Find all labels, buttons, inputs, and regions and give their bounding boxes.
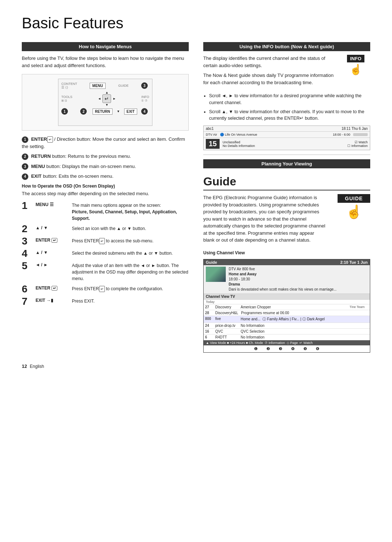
epg-thumbnail (206, 267, 226, 282)
epg-info: DTV Air 800 five Home and Away 18:00 - 1… (229, 267, 336, 292)
step-1: 1 MENU ☰ The main menu options appear on… (22, 201, 189, 222)
remote-diagram: CONTENT☰ ⟨⟩ MENU GUIDE 3 TOOLS⊞ ⊡ ▲ (22, 74, 189, 131)
info-box-watch: ☑ Watch (347, 140, 368, 144)
ch-name-4: price-drop.tv (214, 323, 239, 328)
info-bullet-1: Scroll ◄, ► to view information for a de… (209, 93, 370, 106)
epg-featured: DTV Air 800 five Home and Away 18:00 - 1… (204, 265, 370, 294)
ch-name-2: DiscoveryH&L (214, 310, 240, 316)
ch-extra-2 (348, 310, 370, 316)
ch-extra-3 (348, 316, 370, 323)
ch-num-2: 28 (204, 310, 214, 316)
epg-today: Today (204, 300, 370, 304)
planning-header: Planning Your Viewing (203, 159, 370, 168)
footer-num-5: ❺ (303, 346, 307, 351)
epg-table: Guide 2:10 Tue 1 Jun DTV Air 800 five Ho… (203, 259, 370, 353)
info-box-num: 15 (206, 139, 220, 149)
info-bullets: Scroll ◄, ► to view information for a de… (209, 93, 370, 122)
guide-intro: The EPG (Electronic Programme Guide) inf… (203, 194, 327, 244)
epg-header-left: Guide (206, 260, 217, 264)
ch-num-4: 24 (204, 323, 214, 328)
guide-image: GUIDE ☝ (338, 194, 370, 247)
info-display-box: abc1 18:11 Thu 6 Jan DTV Air 🔵 Life On V… (203, 126, 370, 150)
epg-featured-time: 18:00 - 18:30 (229, 277, 336, 282)
info-btn-label: INFO (347, 55, 364, 62)
epg-footer-nums: ❶ ❷ ❸ ❹ ❺ ❻ (204, 345, 370, 352)
ch-prog-3: Home and... ⓘ Family Affairs | Fiv... | … (239, 316, 348, 323)
ch-extra-1: Tine Team (348, 304, 370, 310)
info-box-sub1: Unclassified (222, 140, 344, 144)
navigate-menus-header: How to Navigate Menus (22, 42, 189, 51)
info-bullet-2: Scroll ▲, ▼ to view information for othe… (209, 108, 370, 122)
annotation-1: 1 (61, 108, 68, 115)
annotation-exit: 4 EXIT button: Exits the on-screen menu. (22, 173, 189, 180)
annotation-return: 2 RETURN button: Returns to the previous… (22, 153, 189, 160)
table-row: 6 R4DTT No Information (204, 334, 370, 340)
footer-num-6: ❻ (316, 346, 319, 351)
info-box-channel: abc1 (206, 127, 214, 131)
info-intro2: The Now & Next guide shows daily TV prog… (203, 72, 337, 86)
info-box-dtv-time: 18:00 - 6:00 (333, 133, 350, 136)
osd-steps: 1 MENU ☰ The main menu options appear on… (22, 201, 189, 307)
guide-hand-icon: ☝ (338, 204, 370, 219)
step-2: 2 ▲ / ▼ Select an icon with the ▲ or ▼ b… (22, 224, 189, 234)
navigate-intro: Before using the TV, follow the steps be… (22, 55, 189, 69)
info-remote-image: INFO ☝ (341, 55, 370, 89)
page-footer: 12 English (22, 364, 370, 369)
info-box-dtv: DTV Air (206, 133, 217, 136)
ch-name-5: QVC (214, 329, 239, 334)
ch-name-3: five (214, 316, 239, 323)
info-button-header: Using the INFO button (Now & Next guide) (203, 42, 370, 51)
annotation-2: 2 (80, 108, 87, 115)
osd-subsection: How to Operate the OSD (On Screen Displa… (22, 184, 189, 197)
guide-body: The EPG (Electronic Programme Guide) inf… (203, 194, 370, 247)
ch-num-3: 800 (204, 316, 214, 323)
epg-featured-genre: Drama (229, 282, 336, 287)
ch-prog-5: QVC Selection (239, 329, 348, 334)
page-language: English (30, 364, 44, 369)
page-title: Basic Features (22, 15, 370, 32)
ch-num-5: 16 (204, 329, 214, 334)
osd-title: How to Operate the OSD (On Screen Displa… (22, 184, 189, 189)
annotation-3: 3 (141, 82, 148, 89)
epg-header-right: 2:10 Tue 1 Jun (340, 260, 368, 264)
menu-button-label[interactable]: MENU (90, 83, 105, 89)
guide-title: Guide (203, 175, 370, 190)
table-row: 27 Discovery American Chopper Tine Team (204, 304, 370, 310)
table-row: 800 five Home and... ⓘ Family Affairs | … (204, 316, 370, 323)
annotation-menu: 3 MENU button: Displays the main on-scre… (22, 163, 189, 170)
ch-extra-4 (348, 323, 370, 328)
footer-num-3: ❸ (279, 346, 282, 351)
ch-prog-2: Programmes resume at 06:00 (240, 310, 348, 316)
epg-header: Guide 2:10 Tue 1 Jun (204, 259, 370, 265)
ch-name-6: R4DTT (214, 334, 239, 340)
epg-featured-prog: Home and Away (229, 272, 336, 277)
info-box-dtv-prog: 🔵 Life On Venus Avenue (220, 133, 330, 136)
info-box-sub2: No Details Information (222, 144, 344, 148)
channel-view-title: Using Channel View (203, 250, 370, 255)
right-column: Using the INFO button (Now & Next guide)… (203, 42, 370, 353)
footer-num-2: ❷ (266, 346, 270, 351)
step-3: 3 ENTER ↵ Press ENTER↵ to access the sub… (22, 236, 189, 246)
ch-name-1: Discovery (214, 304, 239, 310)
epg-channels-header: Channel View TV (204, 294, 370, 300)
annotations-list: 1 ENTER↵ / Direction button: Move the cu… (22, 136, 189, 180)
left-column: How to Navigate Menus Before using the T… (22, 42, 189, 353)
footer-num-4: ❹ (291, 346, 295, 351)
info-intro1: The display identifies the current chann… (203, 55, 337, 69)
guide-btn: GUIDE (338, 194, 370, 203)
step-6: 6 ENTER ↵ Press ENTER↵ to complete the c… (22, 284, 189, 294)
return-button-label[interactable]: RETURN (93, 108, 113, 115)
table-row: 16 QVC QVC Selection (204, 329, 370, 334)
exit-button-label[interactable]: EXIT (124, 108, 137, 115)
guide-text: The EPG (Electronic Programme Guide) inf… (203, 194, 327, 247)
ch-prog-6: No Information (239, 334, 348, 340)
ch-extra-6 (348, 334, 370, 340)
info-box-time: 18:11 Thu 6 Jan (342, 127, 368, 131)
ch-prog-1: American Chopper (239, 304, 348, 310)
epg-featured-desc: Dani is devastated when scott makes clea… (229, 287, 336, 292)
step-5: 5 ◄ / ► Adjust the value of an item with… (22, 261, 189, 282)
epg-featured-title: DTV Air 800 five (229, 267, 336, 272)
ch-num-6: 6 (204, 334, 214, 340)
page-number: 12 (22, 364, 27, 369)
osd-desc: The access step may differ depending on … (22, 190, 189, 197)
